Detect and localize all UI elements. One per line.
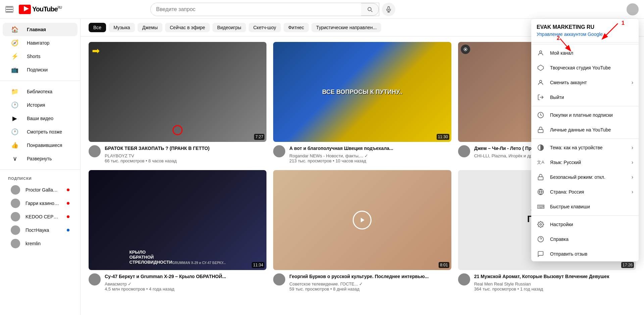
account-avatar-button[interactable] [627, 3, 639, 15]
filter-chip-sketch[interactable]: Скетч-шоу [249, 23, 281, 32]
live-badge-2 [67, 215, 69, 218]
channel-avatar-0 [89, 145, 101, 157]
dropdown-account-name: EVAK MARKETING RU [537, 24, 633, 30]
dropdown-label-safe-mode: Безопасный режим: откл. [550, 174, 626, 180]
theme-icon [537, 144, 545, 152]
sidebar-item-watch-later[interactable]: 🕐 Смотреть позже [3, 125, 78, 139]
dropdown-label-theme: Тема: как на устройстве [550, 145, 626, 150]
header: YouTubeRU [0, 0, 644, 19]
video-card-3[interactable]: КРЫЛООБРАТНОЙСТРЕЛОВИДНОСТИGRUMMAN X-29 … [89, 170, 266, 292]
sidebar: 🏠 Главная 🧭 Навигатор ⚡ Shorts 📺 Подписк… [0, 19, 81, 315]
sidebar-item-history[interactable]: 🕐 История [3, 98, 78, 112]
dropdown-item-safe-mode[interactable]: Безопасный режим: откл. › [531, 170, 639, 185]
dropdown-item-personal-data[interactable]: Личные данные на YouTube [531, 122, 639, 137]
dropdown-label-country: Страна: Россия [550, 189, 626, 195]
sidebar-item-shorts[interactable]: ⚡ Shorts [3, 50, 78, 63]
sidebar-label-history: История [27, 102, 45, 108]
feedback-icon [537, 250, 545, 258]
personal-data-icon [537, 126, 545, 134]
sidebar-label-expand: Развернуть [27, 156, 52, 161]
filter-chip-games[interactable]: Видеоигры [212, 23, 246, 32]
subscription-item-0[interactable]: Proctor Gallagher I... [3, 183, 78, 197]
subscription-item-3[interactable]: ПостНаука [3, 223, 78, 237]
sidebar-item-subscriptions[interactable]: 📺 Подписки [3, 63, 78, 76]
video-duration-1: 11:30 [437, 134, 449, 140]
library-icon: 📁 [11, 88, 19, 96]
sidebar-label-shorts: Shorts [27, 54, 40, 59]
video-card-0[interactable]: ➡ 7:27 БРАТОК ТЕБЯ ЗАКОПАТЬ ? (ПРАНК В Г… [89, 42, 266, 163]
dropdown-header: EVAK MARKETING RU Управление аккаунтом G… [531, 19, 639, 43]
dropdown-item-settings[interactable]: Настройки [531, 217, 639, 232]
dropdown-label-switch-account: Сменить аккаунт [550, 80, 626, 85]
sub-name-4: kremlin [26, 241, 69, 246]
dropdown-item-studio[interactable]: Творческая студия YouTube [531, 60, 639, 75]
explore-icon: 🧭 [11, 39, 19, 47]
arrow-indicator-icon: ➡ [92, 45, 100, 56]
hamburger-menu-button[interactable] [5, 6, 13, 13]
dropdown-item-purchases[interactable]: Покупки и платные подписки [531, 108, 639, 122]
dropdown-item-my-channel[interactable]: Мой канал [531, 46, 639, 60]
dropdown-item-help[interactable]: Справка [531, 232, 639, 247]
dropdown-item-logout[interactable]: Выйти [531, 90, 639, 105]
filter-chip-music[interactable]: Музыка [109, 23, 135, 32]
search-input[interactable] [151, 3, 361, 16]
dropdown-label-language: Язык: Русский [550, 160, 626, 165]
channel-avatar-5 [458, 273, 470, 285]
sidebar-item-library[interactable]: 📁 Библиотека [3, 85, 78, 98]
subscription-item-2[interactable]: KEDOO СЕРИАЛЫ [3, 210, 78, 223]
microphone-icon [385, 6, 392, 13]
sidebar-item-expand[interactable]: ∨ Развернуть [3, 152, 78, 165]
video-details-4: Георгий Бурков о русской культуре. После… [289, 273, 451, 292]
dot-badge-3 [67, 229, 69, 231]
dropdown-item-hotkeys[interactable]: ⌨ Быстрые клавиши [531, 199, 639, 214]
sidebar-label-watch-later: Смотреть позже [27, 129, 62, 135]
filter-chip-all[interactable]: Все [89, 23, 106, 32]
logo[interactable]: YouTubeRU [19, 5, 62, 14]
live-badge-1 [67, 202, 69, 205]
filter-chip-live[interactable]: Сейчас в эфире [165, 23, 210, 32]
video-details-5: 21 Мужской Аромат, Которые Вызовут Влече… [474, 273, 636, 292]
dropdown-item-country[interactable]: Страна: Россия › [531, 185, 639, 199]
video-title-5: 21 Мужской Аромат, Которые Вызовут Влече… [474, 273, 636, 280]
video-info-3: Су-47 Беркут и Grumman X-29 – Крыло ОБРА… [89, 273, 266, 292]
video-thumbnail-4: 8:01 [273, 170, 451, 270]
sidebar-label-explore: Навигатор [27, 40, 49, 46]
studio-icon [537, 64, 545, 72]
header-right [525, 3, 639, 15]
filter-chip-gems[interactable]: Джемы [138, 23, 162, 32]
video-card-1[interactable]: ВСЕ ВОПРОСЫ К ПУТИНУ.. 11:30 А вот и бла… [273, 42, 451, 163]
sidebar-item-liked[interactable]: 👍 Понравившиеся [3, 139, 78, 152]
dropdown-item-theme[interactable]: Тема: как на устройстве › [531, 140, 639, 155]
youtube-logo-icon [19, 5, 31, 14]
sub-name-0: Proctor Gallagher I... [26, 187, 60, 193]
video-channel-5: Real Men Real Style Russian [474, 281, 636, 286]
search-area [150, 3, 395, 16]
dropdown-item-feedback[interactable]: Отправить отзыв [531, 247, 639, 261]
arrow-right-icon-5: › [632, 189, 633, 195]
video-card-4[interactable]: 8:01 Георгий Бурков о русской культуре. … [273, 170, 451, 292]
video-channel-0: PLAYBOYZ TV [105, 153, 266, 158]
country-icon [537, 188, 545, 196]
dropdown-divider-4 [531, 215, 639, 216]
subscription-item-4[interactable]: kremlin [3, 237, 78, 250]
microphone-button[interactable] [382, 3, 395, 16]
search-button[interactable] [361, 3, 379, 16]
channel-logo-icon [353, 211, 371, 229]
dropdown-manage-link[interactable]: Управление аккаунтом Google [537, 32, 633, 37]
dropdown-item-switch-account[interactable]: Сменить аккаунт › [531, 75, 639, 90]
subscription-item-1[interactable]: Гарри казино стр... [3, 197, 78, 210]
video-title-4: Георгий Бурков о русской культуре. После… [289, 273, 451, 280]
svg-marker-6 [538, 65, 544, 71]
video-info-1: А вот и благополучная Швеция подъехала..… [273, 145, 451, 163]
sidebar-item-explore[interactable]: 🧭 Навигатор [3, 36, 78, 50]
dropdown-item-language[interactable]: 文A Язык: Русский › [531, 155, 639, 170]
filter-chip-fitness[interactable]: Фитнес [284, 23, 309, 32]
arrow-right-icon: › [632, 80, 633, 86]
sub-avatar-4 [11, 239, 20, 248]
video-info-4: Георгий Бурков о русской культуре. После… [273, 273, 451, 292]
video-meta-4: 59 тыс. просмотров • 8 дней назад [289, 286, 451, 292]
account-dropdown-menu: EVAK MARKETING RU Управление аккаунтом G… [531, 19, 639, 261]
sidebar-item-home[interactable]: 🏠 Главная [3, 23, 78, 36]
filter-chip-travel[interactable]: Туристические направлен... [311, 23, 381, 32]
sidebar-item-your-videos[interactable]: ▶ Ваши видео [3, 112, 78, 125]
